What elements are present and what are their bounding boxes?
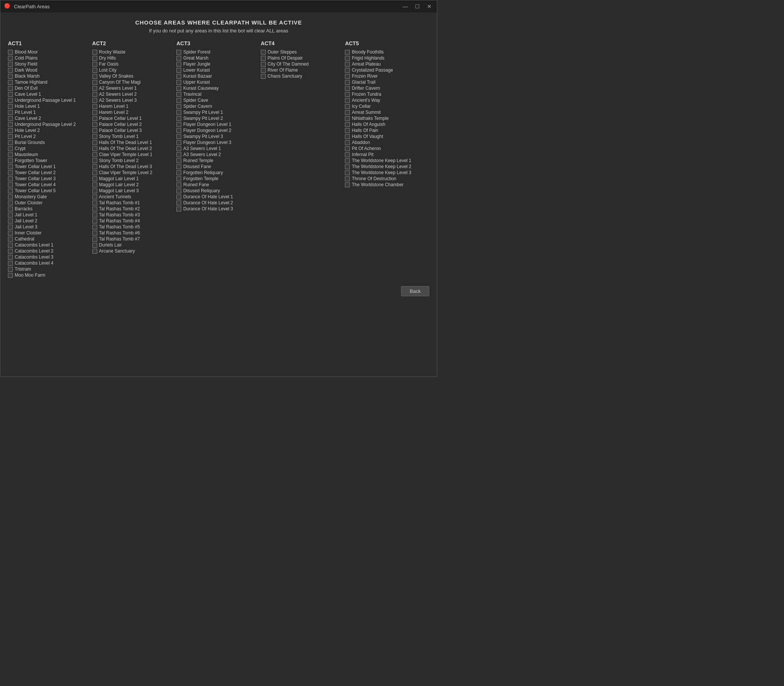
- area-checkbox[interactable]: [92, 134, 97, 139]
- list-item[interactable]: Jail Level 2: [8, 218, 89, 224]
- list-item[interactable]: Ancient's Way: [345, 98, 426, 103]
- area-checkbox[interactable]: [345, 170, 350, 175]
- list-item[interactable]: Crystalized Passage: [345, 67, 426, 73]
- list-item[interactable]: Tal Rashas Tomb #2: [92, 206, 174, 211]
- list-item[interactable]: Catacombs Level 2: [8, 248, 89, 254]
- list-item[interactable]: Lost City: [92, 67, 174, 73]
- list-item[interactable]: Spider Forest: [176, 49, 258, 55]
- area-checkbox[interactable]: [92, 183, 97, 187]
- list-item[interactable]: Tal Rashas Tomb #3: [92, 212, 174, 217]
- area-checkbox[interactable]: [176, 201, 181, 206]
- area-checkbox[interactable]: [92, 50, 97, 55]
- area-checkbox[interactable]: [176, 164, 181, 169]
- area-checkbox[interactable]: [176, 122, 181, 127]
- list-item[interactable]: Catacombs Level 3: [8, 255, 89, 260]
- area-checkbox[interactable]: [92, 146, 97, 151]
- area-checkbox[interactable]: [345, 122, 350, 127]
- area-checkbox[interactable]: [345, 183, 350, 187]
- area-checkbox[interactable]: [92, 128, 97, 133]
- list-item[interactable]: Claw Viper Temple Level 1: [92, 152, 174, 157]
- area-checkbox[interactable]: [345, 50, 350, 55]
- area-checkbox[interactable]: [92, 201, 97, 206]
- area-checkbox[interactable]: [92, 225, 97, 230]
- list-item[interactable]: Infernal Pit: [345, 152, 426, 157]
- list-item[interactable]: Catacombs Level 4: [8, 260, 89, 266]
- list-item[interactable]: Inner Cloister: [8, 230, 89, 235]
- list-item[interactable]: Flayer Dungeon Level 2: [176, 128, 258, 133]
- list-item[interactable]: Nihlathaks Temple: [345, 116, 426, 121]
- list-item[interactable]: City Of The Damned: [261, 61, 342, 67]
- area-checkbox[interactable]: [8, 207, 13, 211]
- area-checkbox[interactable]: [176, 128, 181, 133]
- area-checkbox[interactable]: [8, 267, 13, 272]
- list-item[interactable]: Upper Kurast: [176, 80, 258, 85]
- list-item[interactable]: A3 Sewers Level 2: [176, 152, 258, 157]
- area-checkbox[interactable]: [92, 86, 97, 91]
- list-item[interactable]: Tal Rashas Tomb #5: [92, 224, 174, 230]
- list-item[interactable]: Kurast Bazaar: [176, 74, 258, 79]
- list-item[interactable]: Swampy Pit Level 3: [176, 134, 258, 139]
- list-item[interactable]: Palace Cellar Level 2: [92, 122, 174, 127]
- area-checkbox[interactable]: [345, 74, 350, 79]
- area-checkbox[interactable]: [92, 80, 97, 85]
- area-checkbox[interactable]: [92, 104, 97, 109]
- list-item[interactable]: Disused Fane: [176, 164, 258, 169]
- list-item[interactable]: Halls Of Anguish: [345, 122, 426, 127]
- area-checkbox[interactable]: [176, 140, 181, 145]
- area-checkbox[interactable]: [345, 176, 350, 181]
- list-item[interactable]: Pit Level 2: [8, 134, 89, 139]
- list-item[interactable]: Arcane Sanctuary: [92, 248, 174, 254]
- list-item[interactable]: Dark Wood: [8, 67, 89, 73]
- list-item[interactable]: Pit Level 1: [8, 110, 89, 115]
- list-item[interactable]: Disused Reliquary: [176, 188, 258, 193]
- list-item[interactable]: Valley Of Snakes: [92, 74, 174, 79]
- list-item[interactable]: Duriels Lair: [92, 242, 174, 248]
- list-item[interactable]: The Worldstone Chamber: [345, 182, 426, 187]
- area-checkbox[interactable]: [8, 249, 13, 254]
- area-checkbox[interactable]: [345, 80, 350, 85]
- list-item[interactable]: Durance Of Hate Level 2: [176, 200, 258, 206]
- area-checkbox[interactable]: [176, 194, 181, 199]
- area-checkbox[interactable]: [176, 80, 181, 85]
- area-checkbox[interactable]: [8, 74, 13, 79]
- list-item[interactable]: Monastery Gate: [8, 194, 89, 199]
- list-item[interactable]: Cave Level 1: [8, 91, 89, 97]
- list-item[interactable]: Halls Of The Dead Level 1: [92, 140, 174, 145]
- area-checkbox[interactable]: [8, 194, 13, 199]
- list-item[interactable]: A2 Sewers Level 3: [92, 98, 174, 103]
- area-checkbox[interactable]: [176, 50, 181, 55]
- list-item[interactable]: Swampy Pit Level 1: [176, 110, 258, 115]
- area-checkbox[interactable]: [176, 134, 181, 139]
- area-checkbox[interactable]: [8, 273, 13, 278]
- list-item[interactable]: Tower Cellar Level 1: [8, 164, 89, 169]
- area-checkbox[interactable]: [345, 140, 350, 145]
- area-checkbox[interactable]: [176, 183, 181, 187]
- area-checkbox[interactable]: [345, 104, 350, 109]
- list-item[interactable]: Tower Cellar Level 5: [8, 188, 89, 193]
- list-item[interactable]: A3 Sewers Level 1: [176, 146, 258, 151]
- list-item[interactable]: Far Oasis: [92, 61, 174, 67]
- area-checkbox[interactable]: [8, 62, 13, 67]
- area-checkbox[interactable]: [176, 74, 181, 79]
- area-checkbox[interactable]: [92, 231, 97, 235]
- area-checkbox[interactable]: [8, 116, 13, 121]
- list-item[interactable]: Rocky Waste: [92, 49, 174, 55]
- area-checkbox[interactable]: [176, 170, 181, 175]
- area-checkbox[interactable]: [92, 92, 97, 97]
- list-item[interactable]: Durance Of Hate Level 3: [176, 206, 258, 211]
- area-checkbox[interactable]: [176, 176, 181, 181]
- back-button[interactable]: Back: [401, 286, 429, 296]
- list-item[interactable]: The Worldstone Keep Level 3: [345, 170, 426, 175]
- area-checkbox[interactable]: [92, 62, 97, 67]
- list-item[interactable]: Frozen Tundra: [345, 91, 426, 97]
- list-item[interactable]: Icy Cellar: [345, 104, 426, 109]
- list-item[interactable]: Drifter Cavern: [345, 86, 426, 91]
- list-item[interactable]: Cold Plains: [8, 56, 89, 61]
- list-item[interactable]: Harem Level 2: [92, 110, 174, 115]
- area-checkbox[interactable]: [176, 152, 181, 157]
- area-checkbox[interactable]: [8, 86, 13, 91]
- area-checkbox[interactable]: [92, 207, 97, 211]
- area-checkbox[interactable]: [345, 62, 350, 67]
- list-item[interactable]: Flayer Jungle: [176, 61, 258, 67]
- area-checkbox[interactable]: [92, 249, 97, 254]
